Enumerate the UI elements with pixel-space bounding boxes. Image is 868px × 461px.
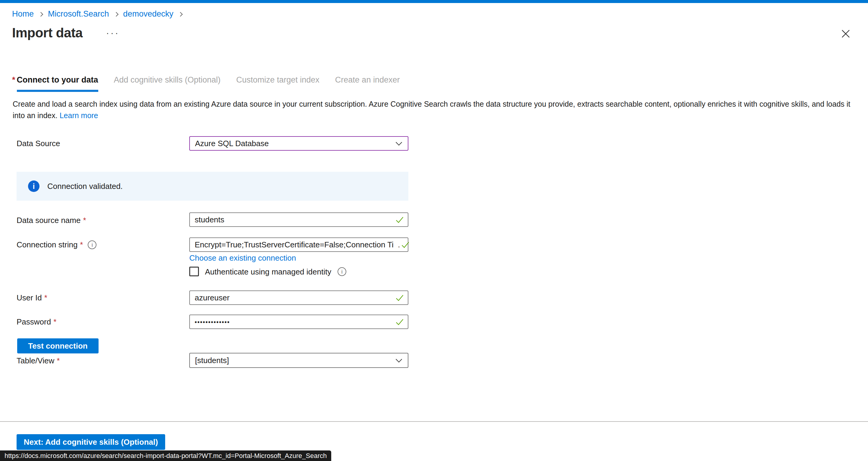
label-text: Connection string (17, 240, 78, 249)
table-view-dropdown[interactable]: [students] (189, 353, 408, 368)
page-description: Create and load a search index using dat… (13, 98, 858, 121)
info-filled-icon: i (28, 181, 39, 192)
tab-label: Connect to your data (17, 75, 98, 92)
breadcrumb-microsoft-search-link[interactable]: Microsoft.Search (48, 9, 109, 19)
data-source-dropdown[interactable]: Azure SQL Database (189, 136, 408, 151)
breadcrumb: Home Microsoft.Search demovedecky (12, 9, 187, 19)
required-asterisk: * (83, 216, 86, 225)
chevron-down-icon (396, 139, 402, 145)
connection-string-field (189, 238, 408, 252)
connection-string-input[interactable] (195, 240, 399, 249)
user-id-field (189, 290, 408, 305)
tab-customize-target-index[interactable]: Customize target index (236, 75, 319, 92)
password-label: Password * (17, 317, 56, 327)
next-add-cognitive-skills-button[interactable]: Next: Add cognitive skills (Optional) (17, 434, 165, 450)
data-source-label: Data Source (17, 139, 60, 148)
tab-connect-to-your-data[interactable]: *Connect to your data (12, 75, 98, 92)
label-text: Data source name (17, 216, 81, 225)
tab-bar: *Connect to your data Add cognitive skil… (12, 75, 400, 92)
table-view-label: Table/View * (17, 356, 60, 366)
description-text: Create and load a search index using dat… (13, 100, 850, 120)
tab-add-cognitive-skills[interactable]: Add cognitive skills (Optional) (114, 75, 221, 92)
choose-existing-connection-link[interactable]: Choose an existing connection (189, 253, 296, 263)
breadcrumb-chevron-icon (178, 12, 183, 17)
user-id-input[interactable] (195, 293, 394, 303)
test-connection-button[interactable]: Test connection (17, 338, 98, 354)
password-input[interactable] (195, 318, 394, 326)
data-source-value: Azure SQL Database (195, 139, 269, 148)
top-accent-bar (0, 0, 868, 3)
required-asterisk: * (57, 356, 60, 366)
label-text: Data Source (17, 139, 60, 148)
more-menu-icon[interactable]: ··· (106, 28, 120, 38)
status-url-bar: https://docs.microsoft.com/azure/search/… (0, 451, 331, 461)
user-id-label: User Id * (17, 293, 47, 303)
tab-label: Add cognitive skills (Optional) (114, 75, 221, 84)
tab-label: Customize target index (236, 75, 319, 84)
label-text: Password (17, 317, 51, 327)
banner-message: Connection validated. (47, 182, 123, 191)
close-icon[interactable] (840, 28, 851, 39)
info-tooltip-icon[interactable]: i (88, 241, 96, 249)
breadcrumb-demovedecky-link[interactable]: demovedecky (123, 9, 174, 19)
label-text: Table/View (17, 356, 54, 366)
connection-validated-banner: i Connection validated. (17, 172, 408, 201)
validation-check-icon (395, 215, 404, 224)
info-tooltip-icon[interactable]: i (338, 267, 346, 276)
validation-check-icon (395, 294, 404, 303)
validation-check-icon (395, 317, 404, 327)
required-asterisk: * (12, 75, 16, 84)
required-asterisk: * (80, 240, 83, 249)
data-source-name-label: Data source name * (17, 216, 86, 225)
page-title: Import data (12, 25, 83, 40)
chevron-down-icon (396, 356, 402, 362)
data-source-name-field (189, 212, 408, 227)
tab-label: Create an indexer (335, 75, 400, 84)
learn-more-link[interactable]: Learn more (60, 111, 98, 120)
data-source-name-input[interactable] (195, 215, 394, 224)
validation-check-icon (401, 241, 410, 249)
label-text: User Id (17, 293, 42, 303)
breadcrumb-home-link[interactable]: Home (12, 9, 34, 19)
password-field (189, 314, 408, 329)
managed-identity-checkbox[interactable] (189, 267, 199, 276)
breadcrumb-chevron-icon (38, 12, 43, 17)
connection-string-label: Connection string * i (17, 240, 96, 249)
footer-divider (0, 421, 868, 422)
table-view-value: [students] (195, 356, 229, 365)
required-asterisk: * (53, 317, 56, 327)
managed-identity-label: Authenticate using managed identity (205, 267, 331, 277)
tab-create-an-indexer[interactable]: Create an indexer (335, 75, 400, 92)
required-asterisk: * (44, 293, 47, 303)
breadcrumb-chevron-icon (114, 12, 119, 17)
import-data-page: Home Microsoft.Search demovedecky Import… (0, 0, 868, 461)
